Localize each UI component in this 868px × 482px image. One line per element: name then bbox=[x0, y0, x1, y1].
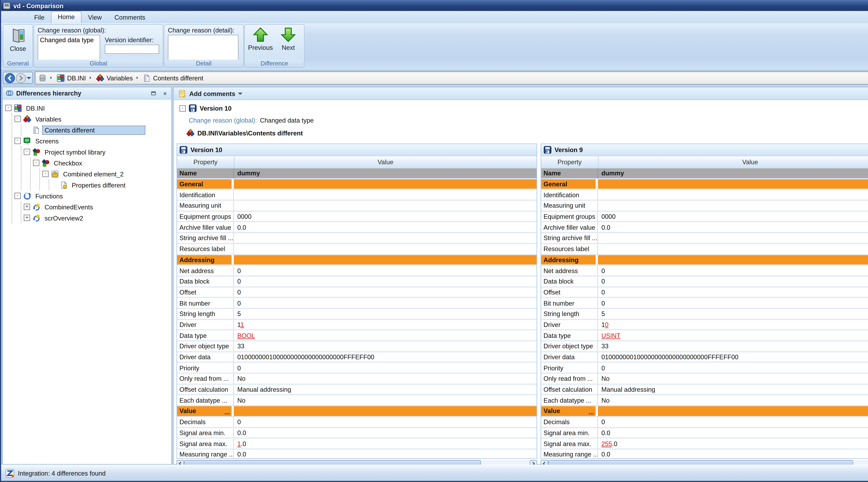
property-row-each-datatype: Each datatype ...No bbox=[177, 395, 536, 406]
function-icon bbox=[32, 214, 41, 222]
float-panel-icon[interactable] bbox=[151, 90, 159, 96]
section-row-value: Value... bbox=[177, 406, 536, 417]
value-column-header: Value bbox=[598, 156, 868, 168]
back-button[interactable] bbox=[5, 72, 15, 83]
add-comments-dropdown-icon[interactable] bbox=[238, 92, 243, 95]
tree-item-combinedevents[interactable]: +CombinedEvents bbox=[24, 202, 170, 212]
tree-toggle-icon[interactable]: - bbox=[14, 138, 21, 144]
property-column-header: Property bbox=[541, 156, 598, 168]
tree-toggle-icon[interactable]: - bbox=[33, 160, 39, 166]
change-reason-global-input[interactable]: Changed data type bbox=[38, 35, 100, 62]
tree-item-variables[interactable]: -Variables bbox=[14, 113, 170, 124]
property-row-priority: Priority0 bbox=[541, 363, 868, 374]
section-row-addressing: Addressing bbox=[177, 255, 536, 266]
comparison-panel: Add comments - Version 10 Change reason … bbox=[173, 87, 868, 464]
tree-toggle-icon[interactable]: - bbox=[24, 149, 30, 155]
tree-item-contents-different[interactable]: Contents different bbox=[24, 124, 170, 135]
tab-file[interactable]: File bbox=[28, 12, 51, 23]
property-row-decimals: Decimals0 bbox=[541, 417, 868, 428]
close-button[interactable]: Close bbox=[3, 28, 32, 52]
version-9-table: Version 9PropertyValueNamedummyGeneralId… bbox=[540, 143, 868, 459]
project-icon bbox=[14, 104, 22, 112]
breadcrumb: DB.INIVariablesContents different bbox=[35, 71, 868, 85]
status-bar: Integration: 4 differences found bbox=[1, 464, 868, 481]
app-icon bbox=[3, 1, 11, 9]
property-row-net-address: Net address0 bbox=[541, 266, 868, 276]
crumb-sep-icon bbox=[89, 74, 93, 81]
tree-item-combined-element-2[interactable]: -Combined element_2 bbox=[42, 169, 170, 179]
property-row-each-datatype: Each datatype ...No bbox=[541, 395, 868, 406]
tree-item-screens[interactable]: -Screens bbox=[14, 135, 170, 146]
property-row-driver-object-type: Driver object type33 bbox=[177, 341, 536, 352]
breadcrumb-item-db-ini[interactable]: DB.INI bbox=[57, 74, 86, 82]
breadcrumb-bar: DB.INIVariablesContents different bbox=[1, 71, 868, 86]
change-reason-row: Change reason (global): Changed data typ… bbox=[174, 117, 868, 124]
property-row-priority: Priority0 bbox=[177, 363, 536, 374]
property-row-offset-calculation: Offset calculationManual addressing bbox=[541, 385, 868, 395]
property-row-name: Namedummy bbox=[541, 169, 868, 179]
property-row-signal-area-max: Signal area max.1.0 bbox=[177, 439, 536, 450]
tree-toggle-icon[interactable]: - bbox=[14, 193, 21, 199]
tree-item-scroverview2[interactable]: +scrOverview2 bbox=[24, 212, 170, 223]
property-row-string-length: String length5 bbox=[177, 309, 536, 320]
breadcrumb-item-contents-different[interactable]: Contents different bbox=[143, 74, 203, 82]
history-dropdown-icon[interactable] bbox=[27, 77, 31, 79]
tree-item-properties-different[interactable]: Properties different bbox=[52, 179, 170, 190]
next-button-label: Next bbox=[275, 44, 302, 51]
property-row-driver: Driver10 bbox=[541, 320, 868, 331]
property-row-driver-data: Driver data01000000010000000000000000000… bbox=[177, 352, 536, 363]
differences-hierarchy-panel: Differences hierarchy × -DB.INI-Variable… bbox=[2, 87, 172, 464]
tree-item-project-symbol-library[interactable]: -Project symbol library bbox=[24, 146, 170, 157]
tab-view[interactable]: View bbox=[82, 12, 108, 23]
section-ellipsis-button[interactable]: ... bbox=[224, 409, 230, 415]
tree-toggle-icon[interactable]: + bbox=[24, 204, 30, 210]
integration-status-icon bbox=[5, 469, 14, 478]
version-identifier-input[interactable] bbox=[105, 44, 159, 54]
version-table-header: Version 10 bbox=[177, 144, 536, 156]
property-row-measuring-unit: Measuring unit bbox=[177, 201, 536, 212]
tree-toggle-icon[interactable]: - bbox=[5, 105, 12, 111]
tree-toggle-icon[interactable]: - bbox=[42, 171, 49, 177]
page-icon bbox=[143, 74, 151, 82]
tree-item-functions[interactable]: -Functions bbox=[14, 190, 170, 201]
tab-home[interactable]: Home bbox=[51, 11, 82, 23]
collapse-version-toggle[interactable]: - bbox=[180, 105, 186, 112]
tree-toggle-icon[interactable]: + bbox=[24, 215, 30, 221]
floppy-icon bbox=[180, 146, 188, 154]
property-row-offset: Offset0 bbox=[541, 288, 868, 298]
tree-item-checkbox[interactable]: -Checkbox bbox=[33, 157, 170, 168]
property-row-archive-filler-value: Archive filler value0.0 bbox=[177, 222, 536, 233]
property-row-equipment-groups: Equipment groups0000 bbox=[177, 212, 536, 222]
window-title: vd - Comparison bbox=[13, 2, 868, 9]
property-row-equipment-groups: Equipment groups0000 bbox=[541, 212, 868, 222]
functions-icon bbox=[23, 192, 31, 200]
property-row-driver-object-type: Driver object type33 bbox=[541, 341, 868, 352]
tree-item-db-ini[interactable]: -DB.INI bbox=[5, 102, 170, 113]
tree-toggle-icon[interactable]: - bbox=[14, 116, 21, 122]
property-row-signal-area-min: Signal area min.0.0 bbox=[177, 428, 536, 439]
section-ellipsis-button[interactable]: ... bbox=[589, 409, 594, 415]
add-comments-button[interactable]: Add comments bbox=[189, 90, 235, 97]
function-icon bbox=[32, 203, 41, 211]
forward-button[interactable] bbox=[16, 72, 26, 83]
property-row-signal-area-max: Signal area max.255.0 bbox=[541, 439, 868, 450]
breadcrumb-item-variables[interactable]: Variables bbox=[96, 74, 133, 82]
change-reason-detail-input[interactable] bbox=[168, 35, 239, 62]
previous-button[interactable]: Previous bbox=[247, 27, 274, 51]
close-panel-icon[interactable]: × bbox=[161, 90, 169, 96]
ribbon-group-global: Change reason (global): Changed data typ… bbox=[33, 24, 163, 68]
property-row-data-type: Data typeBOOL bbox=[177, 331, 536, 341]
crumb-sep-icon bbox=[136, 74, 141, 81]
page-icon bbox=[32, 126, 40, 134]
tab-comments[interactable]: Comments bbox=[108, 12, 152, 23]
application-window: vd - Comparison _ × FileHomeViewComments… bbox=[0, 0, 868, 482]
next-button[interactable]: Next bbox=[275, 27, 302, 51]
previous-button-label: Previous bbox=[247, 44, 274, 51]
ribbon-group-difference-caption: Difference bbox=[245, 60, 304, 67]
element-icon bbox=[51, 170, 59, 178]
database-icon bbox=[39, 74, 46, 82]
ribbon-group-general: Close General bbox=[3, 24, 33, 68]
green-arrow-down-icon bbox=[281, 27, 296, 42]
status-text: Integration: 4 differences found bbox=[18, 470, 105, 477]
compare-icon bbox=[5, 89, 14, 97]
